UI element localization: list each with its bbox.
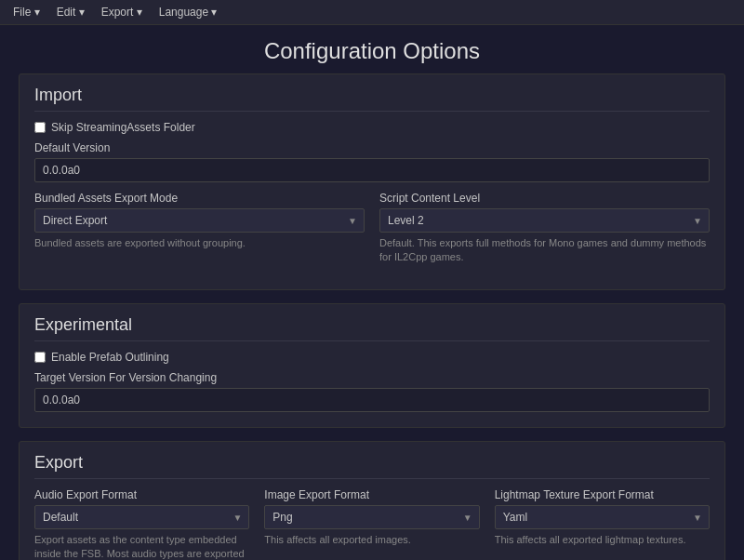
lightmap-format-select[interactable]: Yaml Default None bbox=[495, 505, 710, 529]
bundled-assets-select[interactable]: Direct Export Grouped None bbox=[34, 208, 365, 233]
default-version-label: Default Version bbox=[34, 141, 710, 154]
lightmap-format-group: Lightmap Texture Export Format Yaml Defa… bbox=[495, 488, 710, 560]
experimental-section: Experimental Enable Prefab Outlining Tar… bbox=[19, 303, 725, 428]
script-content-desc: Default. This exports full methods for M… bbox=[379, 236, 710, 265]
edit-menu[interactable]: Edit ▾ bbox=[49, 4, 92, 20]
script-content-label: Script Content Level bbox=[379, 192, 710, 205]
image-format-group: Image Export Format Png Bmp Jpg ▼ This a… bbox=[264, 488, 479, 560]
bundled-assets-group: Bundled Assets Export Mode Direct Export… bbox=[34, 192, 365, 265]
image-format-label: Image Export Format bbox=[264, 488, 479, 501]
bundled-assets-select-wrapper: Direct Export Grouped None ▼ bbox=[34, 208, 365, 233]
file-menu[interactable]: File ▾ bbox=[6, 4, 47, 20]
export-menu[interactable]: Export ▾ bbox=[94, 4, 150, 20]
script-content-select[interactable]: Level 1 Level 2 Level 3 bbox=[379, 208, 710, 233]
audio-format-desc: Export assets as the content type embedd… bbox=[34, 533, 249, 560]
target-version-input[interactable] bbox=[34, 388, 710, 412]
import-section-title: Import bbox=[34, 86, 710, 112]
script-content-select-wrapper: Level 1 Level 2 Level 3 ▼ bbox=[379, 208, 710, 233]
export-section: Export Audio Export Format Default WAV O… bbox=[19, 441, 725, 560]
language-menu[interactable]: Language ▾ bbox=[152, 4, 225, 20]
bundled-assets-desc: Bundled assets are exported without grou… bbox=[34, 236, 365, 250]
enable-prefab-row: Enable Prefab Outlining bbox=[34, 351, 710, 364]
export-row-1: Audio Export Format Default WAV OGG ▼ Ex… bbox=[34, 488, 710, 560]
audio-format-group: Audio Export Format Default WAV OGG ▼ Ex… bbox=[34, 488, 249, 560]
enable-prefab-label: Enable Prefab Outlining bbox=[51, 351, 169, 364]
target-version-label: Target Version For Version Changing bbox=[34, 371, 710, 384]
export-section-title: Export bbox=[34, 453, 710, 479]
image-format-select-wrapper: Png Bmp Jpg ▼ bbox=[264, 505, 479, 529]
audio-format-label: Audio Export Format bbox=[34, 488, 249, 501]
image-format-desc: This affects all exported images. bbox=[264, 533, 479, 547]
skip-streaming-assets-row: Skip StreamingAssets Folder bbox=[34, 121, 710, 134]
default-version-group: Default Version bbox=[34, 141, 710, 182]
audio-format-select-wrapper: Default WAV OGG ▼ bbox=[34, 505, 249, 529]
default-version-input[interactable] bbox=[34, 158, 710, 182]
import-section: Import Skip StreamingAssets Folder Defau… bbox=[19, 73, 725, 290]
bundled-script-row: Bundled Assets Export Mode Direct Export… bbox=[34, 192, 710, 265]
content-area: Import Skip StreamingAssets Folder Defau… bbox=[0, 73, 744, 560]
lightmap-format-select-wrapper: Yaml Default None ▼ bbox=[495, 505, 710, 529]
page-title: Configuration Options bbox=[0, 25, 744, 73]
script-content-group: Script Content Level Level 1 Level 2 Lev… bbox=[379, 192, 710, 265]
target-version-group: Target Version For Version Changing bbox=[34, 371, 710, 412]
menubar: File ▾ Edit ▾ Export ▾ Language ▾ bbox=[0, 0, 744, 25]
lightmap-format-label: Lightmap Texture Export Format bbox=[495, 488, 710, 501]
audio-format-select[interactable]: Default WAV OGG bbox=[34, 505, 249, 529]
lightmap-format-desc: This affects all exported lightmap textu… bbox=[495, 533, 710, 547]
experimental-section-title: Experimental bbox=[34, 315, 710, 341]
skip-streaming-assets-checkbox[interactable] bbox=[34, 122, 46, 133]
skip-streaming-assets-label: Skip StreamingAssets Folder bbox=[51, 121, 195, 134]
enable-prefab-checkbox[interactable] bbox=[34, 352, 46, 363]
image-format-select[interactable]: Png Bmp Jpg bbox=[264, 505, 479, 529]
bundled-assets-label: Bundled Assets Export Mode bbox=[34, 192, 365, 205]
